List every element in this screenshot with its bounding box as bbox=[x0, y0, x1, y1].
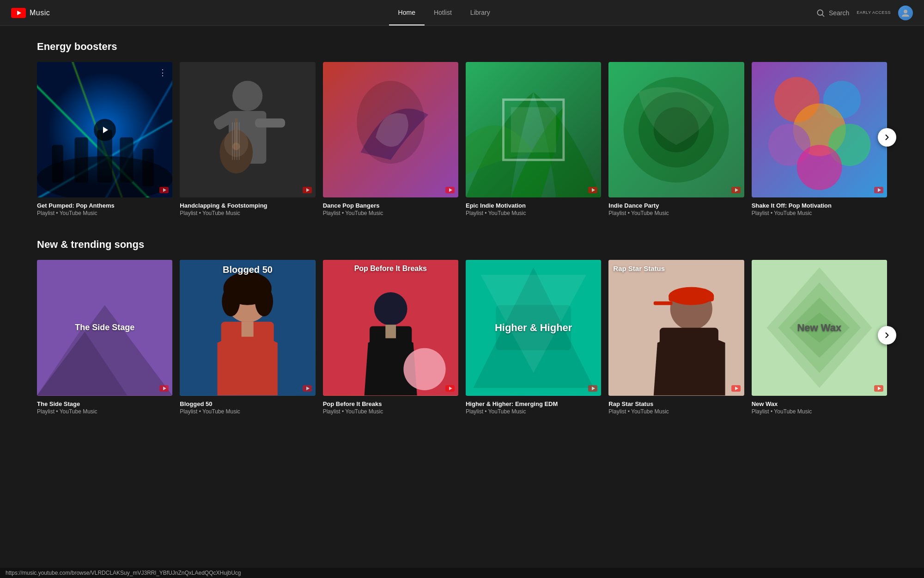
svg-point-4 bbox=[904, 10, 907, 13]
svg-rect-6 bbox=[52, 145, 63, 182]
card-title-higher: Higher & Higher: Emerging EDM bbox=[466, 400, 601, 407]
yt-small-icon-4 bbox=[588, 187, 597, 195]
search-icon bbox=[816, 8, 825, 18]
card-title-epic-indie: Epic Indie Motivation bbox=[466, 202, 601, 209]
svg-point-66 bbox=[403, 348, 445, 390]
higher-overlay-text: Higher & Higher bbox=[495, 322, 572, 334]
avatar[interactable] bbox=[898, 6, 913, 20]
card-thumb-get-pumped: ⋮ bbox=[37, 62, 172, 197]
yt-icon-small-3 bbox=[445, 187, 455, 193]
card-shake-off[interactable]: Shake It Off: Pop Motivation Playlist • … bbox=[752, 62, 887, 216]
more-button[interactable]: ⋮ bbox=[157, 66, 169, 80]
card-title-side-stage: The Side Stage bbox=[37, 400, 172, 407]
higher-text-overlay: Higher & Higher bbox=[466, 260, 601, 395]
dance-pop-art bbox=[323, 62, 458, 197]
card-subtitle-pop-breaks: Playlist • YouTube Music bbox=[323, 408, 458, 415]
logo[interactable]: Music bbox=[11, 8, 50, 18]
yt-icon-small-7 bbox=[159, 385, 169, 392]
card-subtitle-epic-indie: Playlist • YouTube Music bbox=[466, 210, 601, 216]
early-access-badge: EARLY ACCESS bbox=[857, 10, 891, 15]
energy-next-button[interactable] bbox=[878, 128, 896, 147]
yt-small-icon-2 bbox=[303, 187, 312, 195]
card-side-stage[interactable]: The Side Stage The Side Stage Playlist •… bbox=[37, 260, 172, 414]
chevron-right-icon-2 bbox=[882, 331, 892, 340]
card-epic-indie[interactable]: Epic Indie Motivation Playlist • YouTube… bbox=[466, 62, 601, 216]
card-title-rap: Rap Star Status bbox=[608, 400, 744, 407]
card-pop-breaks[interactable]: Pop Before It Breaks Pop Before It Break… bbox=[323, 260, 458, 414]
youtube-logo-icon bbox=[11, 8, 26, 18]
card-thumb-side-stage: The Side Stage bbox=[37, 260, 172, 395]
card-subtitle-blogged: Playlist • YouTube Music bbox=[180, 408, 315, 415]
card-subtitle-higher: Playlist • YouTube Music bbox=[466, 408, 601, 415]
card-subtitle-side-stage: Playlist • YouTube Music bbox=[37, 408, 172, 415]
card-subtitle-handclapping: Playlist • YouTube Music bbox=[180, 210, 315, 216]
logo-text: Music bbox=[30, 9, 50, 17]
svg-rect-67 bbox=[385, 325, 396, 338]
card-thumb-new-wax: New Wax bbox=[752, 260, 887, 395]
indie-dance-art bbox=[608, 62, 744, 197]
rap-star-art bbox=[608, 260, 744, 395]
nav-home[interactable]: Home bbox=[389, 0, 425, 25]
card-title-dance-pop: Dance Pop Bangers bbox=[323, 202, 458, 209]
trending-next-button[interactable] bbox=[878, 326, 896, 344]
nav-library[interactable]: Library bbox=[461, 0, 499, 25]
yt-small-icon-9 bbox=[445, 385, 455, 393]
card-dance-pop[interactable]: Dance Pop Bangers Playlist • YouTube Mus… bbox=[323, 62, 458, 216]
card-subtitle-rap: Playlist • YouTube Music bbox=[608, 408, 744, 415]
nav-hotlist[interactable]: Hotlist bbox=[425, 0, 461, 25]
yt-small-icon bbox=[159, 187, 169, 195]
svg-rect-33 bbox=[511, 107, 556, 153]
svg-point-64 bbox=[374, 292, 407, 326]
card-thumb-epic-indie bbox=[466, 62, 601, 197]
svg-rect-81 bbox=[660, 328, 718, 349]
energy-boosters-title: Energy boosters bbox=[37, 41, 887, 53]
yt-icon-small-6 bbox=[874, 187, 883, 193]
yt-small-icon-11 bbox=[731, 385, 741, 393]
pop-breaks-art bbox=[323, 260, 458, 395]
card-thumb-rap: Rap Star Status bbox=[608, 260, 744, 395]
svg-rect-7 bbox=[74, 137, 88, 183]
card-handclapping[interactable]: Handclapping & Footstomping Playlist • Y… bbox=[180, 62, 315, 216]
search-label: Search bbox=[829, 9, 849, 17]
header: Music Home Hotlist Library Search EARLY … bbox=[0, 0, 924, 26]
search-area[interactable]: Search bbox=[816, 8, 849, 18]
card-thumb-pop-breaks: Pop Before It Breaks bbox=[323, 260, 458, 395]
card-subtitle-indie-dance: Playlist • YouTube Music bbox=[608, 210, 744, 216]
card-new-wax[interactable]: New Wax New Wax Playlist • YouTube Music bbox=[752, 260, 887, 414]
card-thumb-handclapping bbox=[180, 62, 315, 197]
yt-icon-small-5 bbox=[731, 187, 741, 193]
card-rap-star[interactable]: Rap Star Status Rap Star Status Playlist… bbox=[608, 260, 744, 414]
avatar-icon bbox=[901, 8, 910, 18]
chevron-right-icon bbox=[882, 133, 892, 142]
svg-line-3 bbox=[822, 14, 824, 16]
yt-icon-small-12 bbox=[874, 385, 883, 392]
yt-small-icon-6 bbox=[874, 187, 883, 195]
card-higher[interactable]: Higher & Higher Higher & Higher: Emergin… bbox=[466, 260, 601, 414]
new-wax-overlay-text: New Wax bbox=[797, 322, 841, 334]
card-title-pop-breaks: Pop Before It Breaks bbox=[323, 400, 458, 407]
yt-small-icon-3 bbox=[445, 187, 455, 195]
status-url: https://music.youtube.com/browse/VLRDCLA… bbox=[6, 570, 241, 576]
blogged-art bbox=[180, 260, 315, 395]
side-stage-text-overlay: The Side Stage bbox=[37, 260, 172, 395]
card-indie-dance[interactable]: Indie Dance Party Playlist • YouTube Mus… bbox=[608, 62, 744, 216]
card-thumb-shake-off bbox=[752, 62, 887, 197]
card-get-pumped[interactable]: ⋮ Get Pumped: Pop Anthems Playlist • You… bbox=[37, 62, 172, 216]
blogged-title-overlay: Blogged 50 bbox=[180, 264, 315, 275]
energy-boosters-row: ⋮ Get Pumped: Pop Anthems Playlist • You… bbox=[37, 62, 887, 216]
card-subtitle-new-wax: Playlist • YouTube Music bbox=[752, 408, 887, 415]
play-button-overlay[interactable] bbox=[94, 119, 116, 141]
card-blogged-50[interactable]: Blogged 50 Blogged 50 Playlist • YouTube… bbox=[180, 260, 315, 414]
svg-point-15 bbox=[232, 81, 262, 111]
new-trending-title: New & trending songs bbox=[37, 239, 887, 251]
yt-icon-small-10 bbox=[588, 385, 597, 392]
side-stage-overlay-text: The Side Stage bbox=[75, 323, 134, 333]
card-subtitle-get-pumped: Playlist • YouTube Music bbox=[37, 210, 172, 216]
card-thumb-dance-pop bbox=[323, 62, 458, 197]
new-trending-row: The Side Stage The Side Stage Playlist •… bbox=[37, 260, 887, 414]
rap-star-title-overlay: Rap Star Status bbox=[613, 264, 665, 272]
card-title-indie-dance: Indie Dance Party bbox=[608, 202, 744, 209]
status-bar: https://music.youtube.com/browse/VLRDCLA… bbox=[0, 568, 924, 578]
card-subtitle-shake-off: Playlist • YouTube Music bbox=[752, 210, 887, 216]
card-title-handclapping: Handclapping & Footstomping bbox=[180, 202, 315, 209]
